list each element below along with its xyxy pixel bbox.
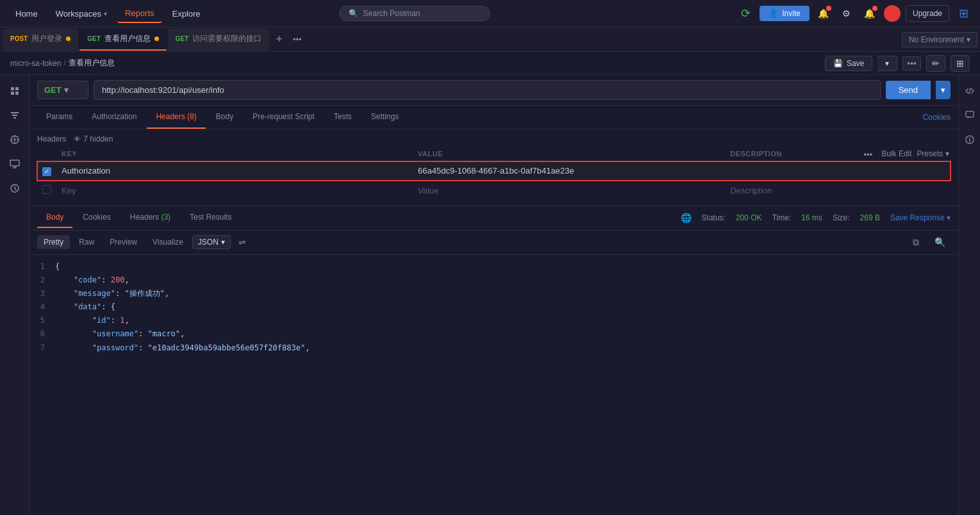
empty-value[interactable]: Value [413, 181, 725, 200]
bulk-edit-button[interactable]: Bulk Edit [881, 149, 911, 158]
tab-2[interactable]: GET 访问需要权限的接口 [168, 29, 270, 51]
workspaces-chevron-icon: ▾ [104, 10, 107, 17]
method-select[interactable]: GET ▾ [37, 81, 88, 99]
status-area: 🌐 Status: 200 OK Time: 16 ms Size: 269 B… [681, 213, 951, 223]
format-raw-button[interactable]: Raw [72, 235, 101, 249]
nav-explore[interactable]: Explore [165, 5, 208, 22]
nav-home[interactable]: Home [8, 5, 46, 22]
avatar[interactable] [884, 5, 901, 22]
res-tab-headers[interactable]: Headers (3) [121, 208, 179, 228]
svg-rect-3 [15, 92, 19, 95]
line-num-4: 4 [29, 301, 55, 313]
new-tab-button[interactable]: + [270, 30, 288, 49]
url-bar: GET ▾ Send ▾ [29, 75, 958, 106]
wrap-button[interactable]: ⇌ [233, 234, 251, 250]
sidebar-api-icon[interactable] [4, 80, 26, 102]
format-pretty-button[interactable]: Pretty [37, 235, 70, 249]
breadcrumb-parent[interactable]: micro-sa-token [10, 59, 61, 68]
empty-checkbox[interactable] [42, 185, 51, 194]
notification-icon[interactable]: 🔔 [815, 4, 833, 22]
tab-tests[interactable]: Tests [325, 106, 361, 129]
row-key[interactable]: Authorization [56, 161, 413, 181]
row-checkbox[interactable]: ✓ [42, 167, 51, 176]
format-type-select[interactable]: JSON ▾ [192, 235, 231, 249]
sidebar-collections-icon[interactable] [4, 104, 26, 126]
more-options-button[interactable]: ••• [902, 56, 921, 70]
search-response-button[interactable]: 🔍 [929, 234, 951, 250]
headers-subrow: Headers 👁 7 hidden [37, 135, 951, 143]
right-comments-icon[interactable] [959, 104, 981, 126]
empty-description[interactable]: Description [725, 181, 860, 200]
format-preview-button[interactable]: Preview [103, 235, 144, 249]
send-button[interactable]: Send [886, 81, 931, 99]
col-key: KEY [56, 146, 413, 161]
tab-0-dot [66, 37, 71, 41]
tab-0[interactable]: POST 用户登录 [3, 29, 78, 51]
method-label: GET [44, 85, 62, 95]
row-description[interactable] [725, 161, 860, 181]
edit-button[interactable]: ✏ [926, 55, 945, 72]
empty-key[interactable]: Key [56, 181, 413, 200]
tab-2-method: GET [176, 35, 189, 42]
tab-1[interactable]: GET 查看用户信息 [79, 29, 167, 51]
cookies-link[interactable]: Cookies [923, 113, 951, 122]
right-info-icon[interactable] [959, 129, 981, 151]
line-num-1: 1 [29, 261, 55, 273]
sidebar-environments-icon[interactable] [4, 129, 26, 151]
send-dropdown-button[interactable]: ▾ [936, 81, 951, 99]
upgrade-button[interactable]: Upgrade [906, 5, 949, 22]
tab-params[interactable]: Params [37, 106, 81, 129]
res-tab-test-results[interactable]: Test Results [181, 208, 240, 228]
tab-1-name: 查看用户信息 [104, 33, 151, 44]
env-selector-label: No Environment [909, 35, 964, 44]
tab-authorization[interactable]: Authorization [83, 106, 145, 129]
tab-settings[interactable]: Settings [362, 106, 408, 129]
right-code-icon[interactable] [959, 80, 981, 102]
tabs-bar: POST 用户登录 GET 查看用户信息 GET 访问需要权限的接口 + •••… [0, 28, 980, 52]
app-icon[interactable]: ⊞ [954, 4, 972, 22]
code-line-6: 6 "username": "macro", [29, 327, 958, 341]
breadcrumb-bar: micro-sa-token / 查看用户信息 💾 Save ▾ ••• ✏ ⊞ [0, 52, 980, 75]
tab-more-button[interactable]: ••• [289, 33, 306, 45]
response-tabs: Body Cookies Headers (3) Test Results 🌐 … [29, 206, 958, 231]
save-response-button[interactable]: Save Response ▾ [890, 213, 951, 222]
svg-rect-1 [15, 87, 19, 90]
tab-prerequest[interactable]: Pre-request Script [244, 106, 324, 129]
invite-button[interactable]: 👤 Invite [760, 6, 810, 21]
search-icon: 🔍 [349, 9, 358, 18]
res-tab-cookies[interactable]: Cookies [74, 208, 119, 228]
row-checkbox-cell[interactable]: ✓ [37, 161, 56, 181]
breadcrumb-separator: / [63, 59, 65, 68]
env-selector-chevron-icon: ▾ [967, 35, 970, 44]
url-input[interactable] [94, 80, 881, 100]
save-button[interactable]: 💾 Save [825, 56, 872, 71]
format-visualize-button[interactable]: Visualize [146, 235, 190, 249]
table-more-icon[interactable]: ••• [860, 148, 877, 160]
search-placeholder: Search Postman [363, 9, 420, 18]
save-dropdown-button[interactable]: ▾ [877, 56, 897, 71]
row-value[interactable]: 66a45dc9-1068-4667-a1bc-0af7b41ae23e [413, 161, 725, 181]
res-tab-body[interactable]: Body [37, 208, 72, 228]
time-value: 16 ms [801, 213, 822, 222]
copy-button[interactable]: ⧉ [908, 234, 924, 250]
tab-body[interactable]: Body [207, 106, 242, 129]
tab-headers[interactable]: Headers (8) [147, 106, 205, 129]
col-checkbox [37, 146, 56, 161]
empty-checkbox-cell[interactable] [37, 181, 56, 200]
nav-workspaces[interactable]: Workspaces ▾ [48, 5, 115, 22]
presets-button[interactable]: Presets ▾ [917, 149, 949, 158]
sync-icon[interactable]: ⟳ [736, 4, 754, 22]
svg-rect-5 [10, 160, 19, 166]
layout-button[interactable]: ⊞ [951, 55, 970, 72]
nav-reports[interactable]: Reports [117, 4, 162, 23]
invite-icon: 👤 [768, 9, 778, 18]
sidebar-history-icon[interactable] [4, 177, 26, 199]
sidebar-monitor-icon[interactable] [4, 153, 26, 175]
settings-icon[interactable]: ⚙ [838, 4, 856, 22]
code-area: 1 { 2 "code": 200, 3 "message": "操作成功", … [29, 255, 958, 357]
line-content-5: "id": 1, [55, 315, 129, 327]
globe-icon[interactable]: 🌐 [681, 213, 692, 223]
alerts-icon[interactable]: 🔔 [861, 4, 879, 22]
search-bar[interactable]: 🔍 Search Postman [339, 6, 490, 21]
env-selector[interactable]: No Environment ▾ [902, 32, 977, 47]
